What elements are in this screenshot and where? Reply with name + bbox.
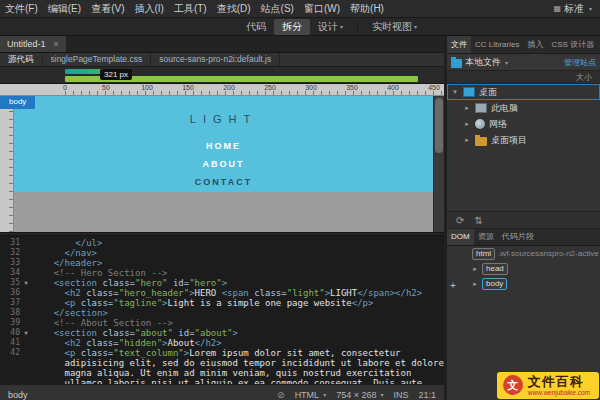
scrollbar-thumb[interactable] [435, 98, 443, 153]
code-line[interactable]: 41 <h2 class="hidden">About</h2> [0, 338, 444, 348]
view-toolbar: 代码 拆分 设计 ▾ 实时视图 ▾ [0, 18, 600, 36]
code-line[interactable]: 39 <!-- About Section --> [0, 318, 444, 328]
line-number [0, 378, 20, 384]
dom-tab[interactable]: 资源 [474, 229, 498, 245]
fold-arrow [20, 248, 32, 258]
expand-arrow[interactable]: ▸ [463, 120, 471, 128]
menu-item[interactable]: 工具(T) [169, 0, 212, 17]
code-text: <section class="about" id="about"> [32, 328, 238, 338]
menu-items: 文件(F)编辑(E)查看(V)插入(I)工具(T)查找(D)站点(S)窗口(W)… [0, 0, 389, 17]
ruler-number: 200 [223, 84, 235, 92]
related-file[interactable]: source-sans-pro-n2i:default.js [151, 53, 280, 66]
code-line[interactable]: 32 </nav> [0, 248, 444, 258]
dom-tab[interactable]: DOM [447, 229, 474, 245]
design-nav-item[interactable]: ABOUT [13, 155, 434, 173]
line-number: 39 [0, 318, 20, 328]
dom-tree-item[interactable]: ▸body [447, 276, 600, 291]
add-element-icon[interactable]: + [450, 280, 456, 291]
panel-tab[interactable]: CC Libraries [471, 36, 523, 53]
code-line[interactable]: adipisicing elit, sed do eiusmod tempor … [0, 358, 444, 368]
split-view-button[interactable]: 拆分 [274, 19, 310, 35]
code-line[interactable]: 37 <p class="tagline">Light is a simple … [0, 298, 444, 308]
code-line[interactable]: 34 <!-- Hero Section --> [0, 268, 444, 278]
expand-arrow[interactable]: ▸ [471, 265, 479, 273]
file-tree-item[interactable]: ▸此电脑 [447, 100, 600, 116]
expand-arrow[interactable]: ▸ [471, 280, 479, 288]
file-tree-item[interactable]: ▸网络 [447, 116, 600, 132]
menu-item[interactable]: 插入(I) [129, 0, 168, 17]
design-nav-item[interactable]: HOME [13, 137, 434, 155]
body-tag-badge[interactable]: body [0, 96, 35, 109]
document-tab-title: Untitled-1 [7, 39, 46, 49]
dom-tag[interactable]: body [482, 278, 507, 290]
file-tree-item[interactable]: ▾桌面 [447, 84, 600, 100]
files-panel-header: 本地文件 ▾ 管理站点 [447, 54, 600, 71]
fold-arrow[interactable]: ▼ [20, 278, 32, 288]
line-number: 37 [0, 298, 20, 308]
panel-tab[interactable]: CSS 设计器 [547, 36, 598, 53]
code-line[interactable]: 35▼ <section class="hero" id="hero"> [0, 278, 444, 288]
code-view[interactable]: 31 </ul>32 </nav>33 </header>34 <!-- Her… [0, 236, 444, 384]
design-hero-section[interactable]: LIGHT HOMEABOUTCONTACT [13, 96, 434, 192]
workspace-switcher[interactable]: ▦ 标准 ▾ [553, 2, 592, 16]
code-view-button[interactable]: 代码 [238, 19, 274, 35]
folder-icon [475, 137, 487, 146]
code-text: adipisicing elit, sed do eiusmod tempor … [32, 358, 444, 368]
menu-item[interactable]: 窗口(W) [299, 0, 345, 17]
right-panel: 文件CC Libraries插入CSS 设计器 本地文件 ▾ 管理站点 大小 ▾… [447, 36, 600, 400]
panel-tab[interactable]: 插入 [523, 36, 547, 53]
related-file[interactable]: 源代码 [0, 53, 43, 66]
size-column-label[interactable]: 大小 [576, 72, 592, 83]
line-number: 42 [0, 348, 20, 358]
design-view-button[interactable]: 设计 ▾ [310, 19, 351, 35]
line-number: 33 [0, 258, 20, 268]
design-view[interactable]: LIGHT HOMEABOUTCONTACT body [0, 96, 444, 232]
menu-item[interactable]: 站点(S) [256, 0, 299, 17]
design-about-section[interactable] [13, 192, 434, 232]
design-scrollbar[interactable] [433, 96, 444, 232]
menu-bar: 文件(F)编辑(E)查看(V)插入(I)工具(T)查找(D)站点(S)窗口(W)… [0, 0, 600, 18]
line-number: 40 [0, 328, 20, 338]
fold-arrow [20, 258, 32, 268]
design-nav-item[interactable]: CONTACT [13, 173, 434, 191]
expand-arrow[interactable]: ▸ [463, 136, 471, 144]
file-tree-item[interactable]: ▸桌面项目 [447, 132, 600, 148]
document-tab[interactable]: Untitled-1 × [0, 36, 66, 52]
code-line[interactable]: magna aliqua. Ut enim ad minim veniam, q… [0, 368, 444, 378]
menu-item[interactable]: 查看(V) [86, 0, 129, 17]
tag-selector[interactable]: body [8, 390, 28, 400]
live-view-button[interactable]: 实时视图 ▾ [364, 19, 425, 35]
code-line[interactable]: 33 </header> [0, 258, 444, 268]
code-line[interactable]: 42 <p class="text_column">Lorem ipsum do… [0, 348, 444, 358]
code-line[interactable]: 38 </section> [0, 308, 444, 318]
window-size-selector[interactable]: 754 × 268 ▾ [336, 390, 383, 400]
dom-tag[interactable]: html [472, 248, 495, 260]
code-text: </header> [32, 258, 102, 268]
design-page[interactable]: LIGHT HOMEABOUTCONTACT [13, 96, 434, 232]
watermark: 文 文件百科 www.wenjubaike.com [497, 372, 599, 400]
fold-arrow[interactable]: ▼ [20, 328, 32, 338]
code-line[interactable]: 31 </ul> [0, 238, 444, 248]
manage-sites-link[interactable]: 管理站点 [564, 57, 596, 68]
menu-item[interactable]: 帮助(H) [345, 0, 389, 17]
files-column-header[interactable]: 大小 [447, 71, 600, 84]
panel-tab[interactable]: 文件 [447, 36, 471, 53]
file-transfer-icon[interactable]: ⇅ [469, 215, 487, 226]
close-icon[interactable]: × [54, 39, 59, 49]
menu-item[interactable]: 文件(F) [0, 0, 43, 17]
code-line[interactable]: ullamco laboris nisi ut aliquip ex ea co… [0, 378, 444, 384]
dom-tree-item[interactable]: html.wf-sourcesanspro-n2-active .wf-act [447, 246, 600, 261]
menu-item[interactable]: 编辑(E) [43, 0, 86, 17]
code-line[interactable]: 40▼ <section class="about" id="about"> [0, 328, 444, 338]
code-line[interactable]: 36 <h2 class="hero_header">HERO <span cl… [0, 288, 444, 298]
dom-tab[interactable]: 代码片段 [498, 229, 538, 245]
menu-item[interactable]: 查找(D) [212, 0, 256, 17]
expand-arrow[interactable]: ▾ [451, 88, 459, 96]
dom-tag[interactable]: head [482, 263, 508, 275]
dom-tree-item[interactable]: ▸head [447, 261, 600, 276]
insert-mode-indicator: INS [393, 390, 408, 400]
files-scope-select[interactable]: 本地文件 ▾ [465, 56, 508, 69]
related-file[interactable]: singlePageTemplate.css [43, 53, 152, 66]
refresh-icon[interactable]: ⟳ [451, 215, 469, 226]
expand-arrow[interactable]: ▸ [463, 104, 471, 112]
